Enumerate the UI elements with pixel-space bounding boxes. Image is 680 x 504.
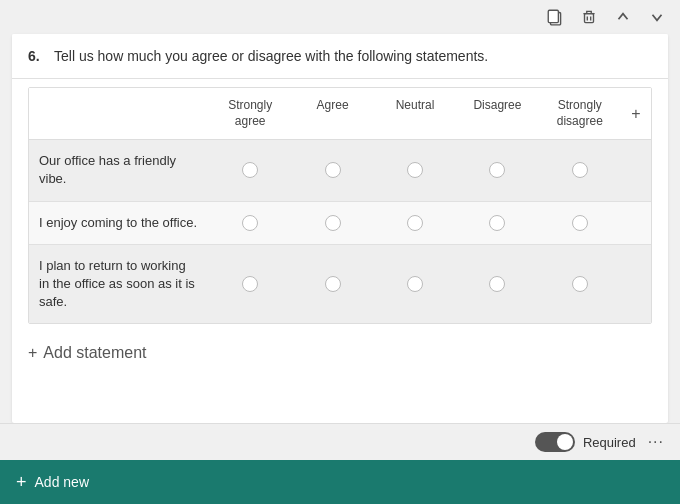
row-2-col-4-radio[interactable] xyxy=(456,202,538,244)
matrix-col-disagree: Disagree xyxy=(456,88,538,139)
required-label: Required xyxy=(583,435,636,450)
table-row: I enjoy coming to the office. xyxy=(29,202,651,245)
move-up-icon[interactable] xyxy=(612,6,634,28)
row-2-col-2-radio[interactable] xyxy=(291,202,373,244)
matrix-col-neutral: Neutral xyxy=(374,88,456,139)
toggle-switch[interactable] xyxy=(535,432,575,452)
question-header: 6. Tell us how much you agree or disagre… xyxy=(12,34,668,79)
matrix-col-agree: Agree xyxy=(291,88,373,139)
row-2-label: I enjoy coming to the office. xyxy=(29,202,209,244)
row-2-col-1-radio[interactable] xyxy=(209,202,291,244)
add-column-button[interactable]: + xyxy=(621,88,651,139)
svg-rect-2 xyxy=(585,14,594,23)
toolbar xyxy=(0,0,680,34)
add-statement-button[interactable]: + Add statement xyxy=(12,332,668,374)
row-1-col-2-radio[interactable] xyxy=(291,140,373,200)
row-3-col-1-radio[interactable] xyxy=(209,245,291,324)
matrix-col-strongly-disagree: Stronglydisagree xyxy=(539,88,621,139)
matrix-header-empty xyxy=(29,88,209,139)
row-3-col-3-radio[interactable] xyxy=(374,245,456,324)
more-options-button[interactable]: ··· xyxy=(648,433,664,451)
table-row: Our office has a friendly vibe. xyxy=(29,140,651,201)
svg-rect-1 xyxy=(548,10,558,22)
more-icon: ··· xyxy=(648,433,664,451)
row-3-col-2-radio[interactable] xyxy=(291,245,373,324)
question-number: 6. xyxy=(28,48,44,64)
add-new-bar[interactable]: + Add new xyxy=(0,460,680,504)
row-1-col-1-radio[interactable] xyxy=(209,140,291,200)
row-1-label: Our office has a friendly vibe. xyxy=(29,140,209,200)
add-statement-label: Add statement xyxy=(43,344,146,362)
row-3-col-5-radio[interactable] xyxy=(539,245,621,324)
copy-icon[interactable] xyxy=(544,6,566,28)
row-3-label: I plan to return to working in the offic… xyxy=(29,245,209,324)
matrix-header-row: Strongly agree Agree Neutral Disagree St… xyxy=(29,88,651,140)
table-row: I plan to return to working in the offic… xyxy=(29,245,651,324)
row-2-col-5-radio[interactable] xyxy=(539,202,621,244)
question-text: Tell us how much you agree or disagree w… xyxy=(54,48,488,64)
row-3-col-4-radio[interactable] xyxy=(456,245,538,324)
row-2-col-3-radio[interactable] xyxy=(374,202,456,244)
add-new-plus-icon: + xyxy=(16,472,27,493)
row-1-col-4-radio[interactable] xyxy=(456,140,538,200)
row-1-col-5-radio[interactable] xyxy=(539,140,621,200)
move-down-icon[interactable] xyxy=(646,6,668,28)
delete-icon[interactable] xyxy=(578,6,600,28)
required-toggle[interactable]: Required xyxy=(535,432,636,452)
row-1-col-3-radio[interactable] xyxy=(374,140,456,200)
footer-bar: Required ··· xyxy=(0,423,680,460)
plus-icon: + xyxy=(28,344,37,362)
matrix-col-strongly-agree: Strongly agree xyxy=(209,88,291,139)
question-card: 6. Tell us how much you agree or disagre… xyxy=(12,34,668,423)
add-new-label: Add new xyxy=(35,474,89,490)
matrix-table: Strongly agree Agree Neutral Disagree St… xyxy=(28,87,652,324)
